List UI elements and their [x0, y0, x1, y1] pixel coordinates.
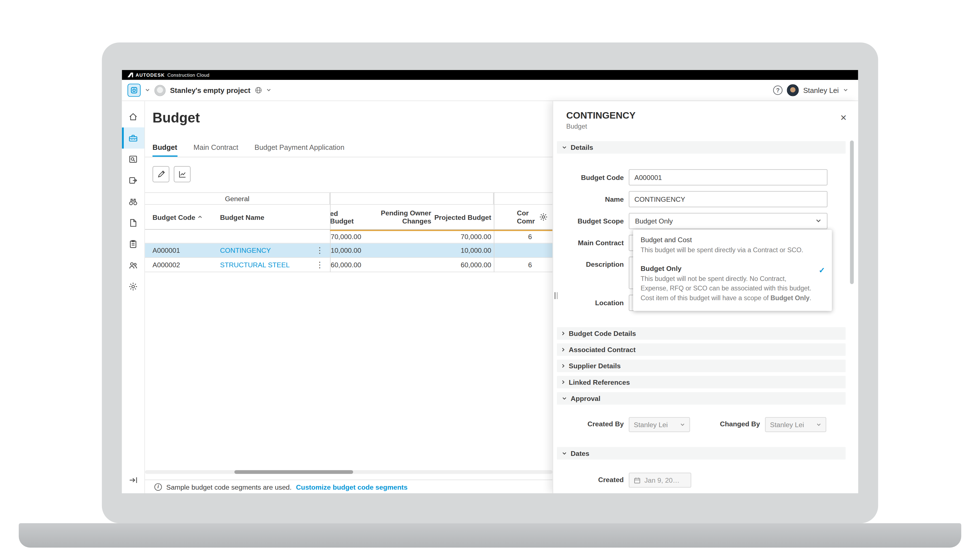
horizontal-scrollbar-thumb[interactable]: [234, 470, 353, 474]
column-header-projected-budget[interactable]: Projected Budget: [434, 205, 494, 229]
detail-panel: CONTINGENCY Budget ✕ Details Budget Code: [552, 101, 858, 493]
chevron-down-icon: [815, 219, 821, 223]
row-budget-name-cell: CONTINGENCY ⋮: [212, 244, 330, 257]
dropdown-option-budget-and-cost[interactable]: Budget and Cost This budget will be spen…: [633, 231, 832, 260]
close-icon[interactable]: ✕: [840, 113, 847, 121]
project-name[interactable]: Stanley's empty project: [170, 87, 250, 94]
column-group-general: General: [145, 193, 330, 204]
stage: AUTODESK Construction Cloud Stanley's em…: [0, 0, 980, 558]
sidebar-item-settings[interactable]: [122, 276, 144, 297]
table-row[interactable]: A000002 STRUCTURAL STEEL ⋮ 60,000.00 60,…: [145, 258, 552, 272]
sidebar-item-reviews[interactable]: [122, 149, 144, 170]
tab-main-contract[interactable]: Main Contract: [194, 139, 238, 157]
main-content: Budget Budget Main Contract Budget Payme…: [145, 101, 858, 493]
brand-bar: AUTODESK Construction Cloud: [122, 70, 858, 80]
user-menu-caret-icon[interactable]: [843, 89, 848, 92]
section-details[interactable]: Details: [557, 141, 846, 154]
column-divider: [494, 192, 494, 272]
budget-scope-label: Budget Scope: [553, 213, 624, 229]
field-row-name: Name: [553, 191, 858, 207]
created-label: Created: [553, 473, 624, 488]
name-input[interactable]: [629, 191, 827, 207]
chevron-down-icon: [680, 423, 685, 426]
user-avatar[interactable]: [787, 84, 799, 96]
row-budget-code: A000001: [145, 244, 212, 257]
created-date-picker[interactable]: Jan 9, 20…: [629, 473, 691, 488]
created-by-value: Stanley Lei: [634, 421, 668, 428]
footer-message: Sample budget code segments are used.: [166, 483, 292, 491]
budget-name-link[interactable]: CONTINGENCY: [220, 247, 271, 254]
chevron-down-icon: [562, 397, 567, 400]
sidebar-item-members[interactable]: [122, 255, 144, 276]
committed-line2: Comr: [517, 217, 535, 225]
table-toolbar: [153, 166, 191, 182]
budget-scope-dropdown: Budget and Cost This budget will be spen…: [633, 230, 832, 311]
budget-scope-select[interactable]: Budget Only: [629, 213, 827, 229]
sidebar-item-forms[interactable]: [122, 233, 144, 255]
panel-resize-handle[interactable]: [554, 292, 557, 299]
created-by-label: Created By: [553, 417, 624, 432]
section-associated-contract[interactable]: Associated Contract: [557, 343, 846, 356]
committed-line1: Cor: [517, 209, 529, 217]
tab-budget-payment-application[interactable]: Budget Payment Application: [254, 139, 344, 157]
section-budget-code-details[interactable]: Budget Code Details: [557, 327, 846, 340]
column-header-revised-budget[interactable]: ed Budget: [330, 205, 364, 229]
chevron-right-icon: [562, 380, 565, 385]
product-picker-button[interactable]: [128, 84, 141, 97]
chart-view-button[interactable]: [174, 166, 191, 182]
tab-budget[interactable]: Budget: [153, 139, 177, 157]
chevron-right-icon: [562, 347, 565, 352]
edit-button[interactable]: [153, 166, 169, 182]
help-button[interactable]: ?: [773, 85, 782, 95]
dropdown-option-budget-only[interactable]: Budget Only ✓ This budget will not be sp…: [633, 260, 832, 308]
approval-fields: Created By Stanley Lei Changed By Stanle…: [553, 417, 858, 432]
binoculars-icon: [128, 197, 138, 207]
sidebar-collapse-button[interactable]: [122, 472, 144, 488]
sidebar-item-home[interactable]: [122, 106, 144, 127]
section-approval[interactable]: Approval: [557, 392, 846, 405]
sidebar-item-transmittals[interactable]: [122, 170, 144, 191]
column-header-pending-owner-changes[interactable]: Pending Owner Changes: [364, 205, 434, 229]
product-icon: [131, 87, 138, 94]
budget-table: General Budget Code Budget Name ed Budge…: [145, 192, 552, 272]
section-label: Supplier Details: [568, 362, 621, 370]
column-header-budget-name[interactable]: Budget Name: [212, 205, 330, 229]
table-row[interactable]: A000001 CONTINGENCY ⋮ 10,000.00 10,000.0…: [145, 244, 552, 258]
sidebar-item-cost[interactable]: [122, 128, 144, 149]
location-label: Location: [553, 295, 624, 311]
option-description: This budget will not be spent directly. …: [641, 274, 813, 303]
chevron-right-icon: [562, 363, 565, 368]
sidebar-item-files[interactable]: [122, 212, 144, 233]
created-by-select[interactable]: Stanley Lei: [629, 417, 690, 432]
panel-scrollbar-thumb[interactable]: [850, 141, 854, 284]
budget-name-link[interactable]: STRUCTURAL STEEL: [220, 261, 290, 268]
user-name[interactable]: Stanley Lei: [803, 87, 839, 94]
sort-asc-icon: [198, 215, 203, 218]
section-linked-references[interactable]: Linked References: [557, 376, 846, 388]
project-avatar[interactable]: [155, 85, 166, 96]
brand-suite: Construction Cloud: [167, 72, 209, 77]
section-label: Approval: [571, 394, 600, 402]
file-icon: [128, 218, 138, 228]
horizontal-scrollbar[interactable]: [145, 470, 552, 474]
changed-by-select[interactable]: Stanley Lei: [765, 417, 826, 432]
section-supplier-details[interactable]: Supplier Details: [557, 359, 846, 372]
chevron-down-icon: [562, 146, 567, 149]
budget-code-input[interactable]: [629, 169, 827, 185]
product-caret-icon[interactable]: [145, 89, 150, 92]
laptop-base: [19, 523, 961, 547]
column-settings-button[interactable]: [539, 212, 548, 222]
row-menu-icon[interactable]: ⋮: [316, 261, 324, 269]
customize-segments-link[interactable]: Customize budget code segments: [296, 483, 407, 491]
section-label: Linked References: [568, 378, 630, 386]
gear-icon: [128, 282, 138, 292]
pending-line2: Changes: [402, 217, 431, 225]
row-menu-icon[interactable]: ⋮: [316, 246, 324, 254]
section-dates[interactable]: Dates: [557, 447, 846, 460]
autodesk-logo-icon: [128, 72, 133, 77]
column-header-budget-code[interactable]: Budget Code: [145, 205, 212, 229]
project-switcher-caret-icon[interactable]: [266, 89, 271, 92]
sidebar-item-model-coordination[interactable]: [122, 191, 144, 212]
app-screen: AUTODESK Construction Cloud Stanley's em…: [122, 70, 858, 493]
field-row-budget-code: Budget Code: [553, 169, 858, 185]
